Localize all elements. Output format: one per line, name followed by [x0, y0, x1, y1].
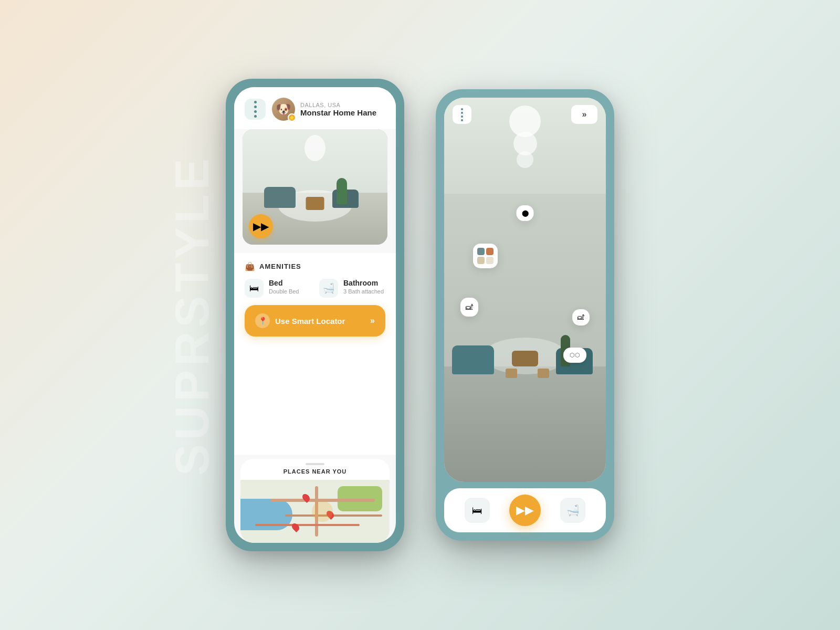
ar-lamp-ball-3: [517, 151, 533, 168]
bath-icon-box: 🛁: [319, 279, 338, 298]
bed-text: Bed Double Bed: [269, 279, 299, 295]
bed-desc: Double Bed: [269, 288, 299, 295]
menu-button[interactable]: [245, 99, 266, 120]
room-table: [306, 197, 324, 210]
ar-dot-2: [461, 112, 463, 114]
map-road-horizontal-3: [255, 524, 360, 526]
phone-right: » 🛋: [436, 89, 614, 541]
amenity-bed: 🛏 Bed Double Bed: [245, 279, 311, 298]
user-info: 🐶 ⭐ DALLAS, USA Monstar Home Hane: [272, 98, 385, 121]
swatch-row-1: [477, 248, 494, 255]
map-pull-handle[interactable]: [306, 463, 324, 465]
map-highlight: [312, 501, 333, 522]
bed-name: Bed: [269, 279, 299, 287]
swatch-orange: [486, 248, 494, 255]
phone-header: 🐶 ⭐ DALLAS, USA Monstar Home Hane: [234, 87, 396, 129]
ar-stool-1: [506, 369, 517, 378]
ar-color-swatch[interactable]: [473, 244, 498, 268]
ar-sofa-right-icon: 🛋: [578, 313, 584, 321]
bath-desc: 3 Bath attached: [343, 288, 384, 295]
ar-menu-button[interactable]: [453, 105, 471, 124]
bath-icon: 🛁: [323, 282, 334, 294]
ar-sofa-tag-left[interactable]: 🛋: [460, 298, 478, 317]
ar-dot-1: [461, 108, 463, 110]
swatch-row-2: [477, 257, 494, 264]
ar-lamp-tag-icon: ⬤: [522, 209, 529, 217]
user-location: DALLAS, USA: [300, 102, 376, 108]
ar-dot-4: [461, 119, 463, 121]
room-lamp: [304, 135, 326, 161]
vr-icon: ▶▶: [253, 220, 269, 233]
amenities-bag-icon: 👜: [245, 261, 255, 271]
amenities-title: AMENITIES: [259, 262, 301, 270]
swatch-tan: [477, 257, 485, 264]
amenities-grid: 🛏 Bed Double Bed 🛁 Bathroom: [245, 279, 385, 298]
ar-top-bar: »: [444, 105, 606, 124]
ar-floor: [444, 366, 606, 482]
ar-dot-3: [461, 116, 463, 118]
bed-tab-icon: 🛏: [472, 505, 482, 517]
map-section: PLACES NEAR YOU: [240, 459, 390, 543]
avatar-wrap: 🐶 ⭐: [272, 98, 295, 121]
smart-locator-arrow: »: [370, 316, 375, 326]
scene: 🐶 ⭐ DALLAS, USA Monstar Home Hane: [226, 79, 614, 551]
ar-room: » 🛋: [444, 98, 606, 482]
amenity-bathroom: 🛁 Bathroom 3 Bath attached: [319, 279, 385, 298]
map-title: PLACES NEAR YOU: [284, 468, 347, 475]
ar-table: [512, 351, 538, 366]
menu-dot-2: [254, 106, 257, 108]
ar-next-button[interactable]: »: [571, 105, 597, 124]
vr-tab-icon: ▶▶: [516, 503, 534, 517]
ar-sofa-left: [452, 345, 494, 374]
bed-icon-box: 🛏: [245, 279, 264, 298]
left-phone-screen: 🐶 ⭐ DALLAS, USA Monstar Home Hane: [234, 87, 396, 543]
menu-dot-4: [254, 115, 257, 118]
ar-sofa-icon: 🛋: [466, 303, 473, 311]
room-sofa-left: [264, 187, 296, 208]
user-text: DALLAS, USA Monstar Home Hane: [300, 102, 376, 117]
ar-info-text: ⬡⬡: [570, 352, 580, 359]
amenities-title-row: 👜 AMENITIES: [245, 261, 385, 271]
tab-vr-active[interactable]: ▶▶: [509, 495, 541, 526]
watermark-text: SUPRSTYLE: [165, 154, 219, 476]
ar-info-tag-bottom[interactable]: ⬡⬡: [563, 348, 586, 363]
user-name: Monstar Home Hane: [300, 108, 376, 117]
ar-screen: » 🛋: [444, 98, 606, 482]
swatch-teal: [477, 248, 485, 255]
map-pin-3: [290, 522, 301, 532]
tab-bed[interactable]: 🛏: [465, 498, 490, 523]
bed-icon: 🛏: [249, 283, 259, 294]
amenities-section: 👜 AMENITIES 🛏 Bed Double Bed: [234, 253, 396, 455]
ar-sofa-tag-right[interactable]: 🛋: [572, 309, 590, 326]
vr-button[interactable]: ▶▶: [249, 214, 273, 238]
room-image-wrap: ▶▶: [243, 129, 387, 245]
menu-dot-1: [254, 101, 257, 103]
bath-tab-icon: 🛁: [566, 504, 580, 517]
smart-locator-button[interactable]: 📍 Use Smart Locator »: [245, 305, 385, 337]
map-background: [240, 480, 390, 543]
locator-icon: 📍: [255, 313, 270, 328]
bath-name: Bathroom: [343, 279, 384, 287]
ar-lamp-tag[interactable]: ⬤: [517, 205, 534, 221]
smart-locator-label: Use Smart Locator: [275, 317, 345, 326]
ar-next-icon: »: [582, 110, 587, 119]
tab-bath[interactable]: 🛁: [560, 498, 585, 523]
ar-stool-2: [538, 369, 549, 378]
phone-left: 🐶 ⭐ DALLAS, USA Monstar Home Hane: [226, 79, 404, 551]
room-plant: [337, 178, 347, 204]
swatch-cream: [486, 257, 494, 264]
avatar-badge: ⭐: [288, 113, 296, 122]
menu-dot-3: [254, 110, 257, 113]
bath-text: Bathroom 3 Bath attached: [343, 279, 384, 295]
bottom-tab-bar: 🛏 ▶▶ 🛁: [444, 488, 606, 532]
smart-locator-left: 📍 Use Smart Locator: [255, 313, 345, 328]
